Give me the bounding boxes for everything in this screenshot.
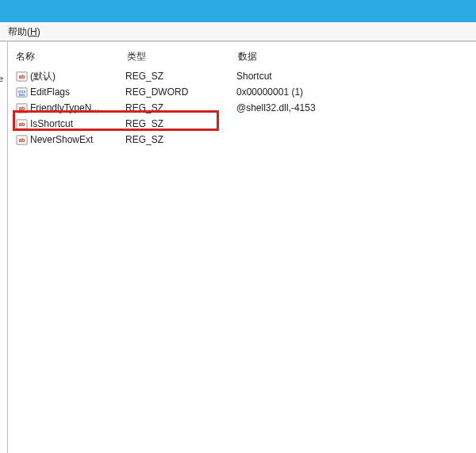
string-value-icon [16, 102, 28, 114]
value-row-name[interactable]: (默认) [11, 68, 122, 84]
value-name-text: FriendlyTypeN... [30, 101, 99, 115]
value-row-name[interactable]: IsShortcut [11, 116, 122, 132]
string-value-icon [16, 134, 28, 146]
value-row-data[interactable] [233, 132, 476, 148]
value-row-name[interactable]: NeverShowExt [11, 132, 122, 148]
menu-bar: 帮助(H) [0, 22, 476, 41]
binary-value-icon [16, 86, 28, 98]
value-row-type[interactable]: REG_SZ [122, 116, 233, 132]
title-bar[interactable] [0, 0, 476, 22]
main-area: e 名称 类型 数据 (默认)REG_SZShortcutEditFlagsRE… [0, 41, 476, 453]
left-pane-edge[interactable]: e [0, 42, 8, 453]
column-header-data[interactable]: 数据 [233, 47, 476, 68]
value-row-type[interactable]: REG_SZ [122, 132, 233, 148]
string-value-icon [16, 71, 28, 83]
string-value-icon [16, 118, 28, 130]
value-row-data[interactable]: 0x00000001 (1) [233, 84, 476, 100]
value-name-text: IsShortcut [30, 117, 73, 131]
tree-stub: e [0, 74, 3, 83]
value-row-data[interactable]: @shell32.dll,-4153 [233, 100, 476, 116]
menu-help[interactable]: 帮助(H) [8, 26, 40, 37]
column-header-type[interactable]: 类型 [122, 47, 233, 68]
menu-help-label: 帮助(H) [8, 26, 40, 37]
value-name-text: NeverShowExt [30, 132, 93, 147]
value-row-name[interactable]: FriendlyTypeN... [11, 100, 122, 116]
value-name-text: (默认) [30, 69, 56, 83]
values-list[interactable]: 名称 类型 数据 (默认)REG_SZShortcutEditFlagsREG_… [8, 42, 476, 453]
value-row-type[interactable]: REG_DWORD [122, 84, 233, 100]
value-row-data[interactable] [233, 116, 476, 132]
column-header-name[interactable]: 名称 [11, 47, 122, 68]
value-row-data[interactable]: Shortcut [233, 68, 476, 84]
value-row-name[interactable]: EditFlags [11, 84, 122, 100]
value-row-type[interactable]: REG_SZ [122, 100, 233, 116]
value-row-type[interactable]: REG_SZ [122, 68, 233, 84]
value-name-text: EditFlags [30, 85, 70, 99]
